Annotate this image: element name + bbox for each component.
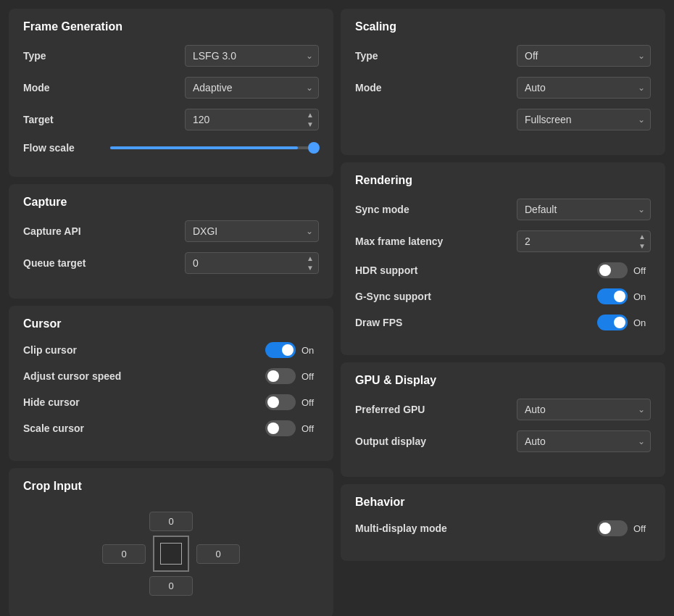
max-frame-latency-decrement[interactable]: ▼ <box>636 242 648 251</box>
crop-bottom-input[interactable] <box>149 576 193 596</box>
cursor-panel: Cursor Clip cursor On Adjust cursor spee… <box>9 306 333 461</box>
draw-fps-toggle[interactable] <box>597 315 628 330</box>
sync-mode-select[interactable]: Default VSync G-Sync None <box>517 199 651 220</box>
flow-scale-fill <box>110 146 298 149</box>
scale-cursor-row: Scale cursor Off <box>23 420 319 436</box>
adjust-cursor-speed-toggle-wrapper: Off <box>265 368 319 384</box>
mode-select[interactable]: Adaptive Fixed Off <box>185 77 319 99</box>
max-frame-latency-increment[interactable]: ▲ <box>636 233 648 241</box>
frame-generation-panel: Frame Generation Type LSFG 3.0 LSFG 2.0 … <box>9 9 333 177</box>
flow-scale-row: Flow scale <box>23 141 319 155</box>
gsync-support-state: On <box>633 291 651 302</box>
hide-cursor-toggle-wrapper: Off <box>265 394 319 410</box>
scaling-fullscreen-select-wrapper[interactable]: Fullscreen Windowed Borderless <box>517 109 651 130</box>
queue-target-label: Queue target <box>23 257 110 269</box>
crop-right-input[interactable] <box>196 544 240 564</box>
crop-top-input[interactable] <box>149 512 193 531</box>
capture-title: Capture <box>23 196 319 209</box>
max-frame-latency-row: Max frame latency ▲ ▼ <box>355 230 651 252</box>
clip-cursor-toggle-wrapper: On <box>265 342 319 358</box>
output-display-select[interactable]: Auto <box>517 430 651 452</box>
capture-panel: Capture Capture API DXGI WGC GDI Queue t… <box>9 184 333 299</box>
scaling-fullscreen-select[interactable]: Fullscreen Windowed Borderless <box>517 109 651 130</box>
preferred-gpu-select[interactable]: Auto <box>517 399 651 420</box>
scale-cursor-track <box>265 420 296 436</box>
type-select-wrapper[interactable]: LSFG 3.0 LSFG 2.0 Off <box>185 45 319 67</box>
queue-target-increment[interactable]: ▲ <box>304 254 316 263</box>
flow-scale-slider-container[interactable] <box>110 141 319 155</box>
crop-preview <box>153 536 189 572</box>
capture-api-select-wrapper[interactable]: DXGI WGC GDI <box>185 220 319 242</box>
crop-left-input[interactable] <box>102 544 146 564</box>
scale-cursor-toggle[interactable] <box>265 420 296 436</box>
clip-cursor-toggle[interactable] <box>265 342 296 358</box>
clip-cursor-label: Clip cursor <box>23 344 110 356</box>
capture-api-row: Capture API DXGI WGC GDI <box>23 220 319 242</box>
scale-cursor-toggle-wrapper: Off <box>265 420 319 436</box>
preferred-gpu-label: Preferred GPU <box>355 404 442 415</box>
rendering-title: Rendering <box>355 174 651 187</box>
draw-fps-knob <box>614 317 625 328</box>
gsync-support-toggle[interactable] <box>597 288 628 304</box>
hdr-support-state: Off <box>633 265 651 276</box>
preferred-gpu-select-wrapper[interactable]: Auto <box>517 399 651 420</box>
scaling-type-select-wrapper[interactable]: Off FSR NIS Integer <box>517 45 651 67</box>
crop-middle-row <box>102 536 240 572</box>
hdr-support-knob <box>599 265 611 276</box>
draw-fps-label: Draw FPS <box>355 317 442 328</box>
draw-fps-toggle-wrapper: On <box>597 315 651 330</box>
draw-fps-row: Draw FPS On <box>355 315 651 330</box>
scaling-mode-select[interactable]: Auto Quality Balanced Performance <box>517 77 651 99</box>
adjust-cursor-speed-knob <box>267 370 279 382</box>
target-increment[interactable]: ▲ <box>304 111 316 120</box>
draw-fps-state: On <box>633 317 651 328</box>
scaling-type-select[interactable]: Off FSR NIS Integer <box>517 45 651 67</box>
max-frame-latency-spinner[interactable]: ▲ ▼ <box>517 230 651 252</box>
max-frame-latency-input[interactable] <box>517 230 651 252</box>
queue-target-input[interactable] <box>185 252 319 274</box>
crop-bottom-row <box>149 576 193 596</box>
flow-scale-thumb[interactable] <box>308 142 320 154</box>
gpu-display-panel: GPU & Display Preferred GPU Auto Output … <box>341 362 665 477</box>
adjust-cursor-speed-toggle[interactable] <box>265 368 296 384</box>
gsync-support-toggle-wrapper: On <box>597 288 651 304</box>
behavior-panel: Behavior Multi-display mode Off <box>341 484 665 561</box>
type-select[interactable]: LSFG 3.0 LSFG 2.0 Off <box>185 45 319 67</box>
scaling-type-row: Type Off FSR NIS Integer <box>355 45 651 67</box>
queue-target-decrement[interactable]: ▼ <box>304 264 316 272</box>
capture-api-label: Capture API <box>23 225 110 237</box>
target-input[interactable] <box>185 109 319 130</box>
mode-label: Mode <box>23 82 110 93</box>
capture-api-select[interactable]: DXGI WGC GDI <box>185 220 319 242</box>
adjust-cursor-speed-label: Adjust cursor speed <box>23 370 121 382</box>
scaling-mode-label: Mode <box>355 82 442 93</box>
mode-select-wrapper[interactable]: Adaptive Fixed Off <box>185 77 319 99</box>
behavior-title: Behavior <box>355 496 651 509</box>
queue-target-spinner[interactable]: ▲ ▼ <box>185 252 319 274</box>
target-decrement[interactable]: ▼ <box>304 120 316 129</box>
draw-fps-track <box>597 315 628 330</box>
hdr-support-label: HDR support <box>355 265 442 276</box>
clip-cursor-row: Clip cursor On <box>23 342 319 358</box>
hdr-support-row: HDR support Off <box>355 262 651 278</box>
scaling-fullscreen-row: Fullscreen Windowed Borderless <box>355 109 651 130</box>
output-display-select-wrapper[interactable]: Auto <box>517 430 651 452</box>
target-spinner-buttons: ▲ ▼ <box>304 111 316 129</box>
hdr-support-toggle[interactable] <box>597 262 628 278</box>
hide-cursor-knob <box>267 396 279 408</box>
hdr-support-toggle-wrapper: Off <box>597 262 651 278</box>
hide-cursor-track <box>265 394 296 410</box>
multi-display-mode-knob <box>599 523 611 534</box>
crop-container <box>23 504 319 603</box>
adjust-cursor-speed-state: Off <box>301 371 319 382</box>
target-spinner[interactable]: ▲ ▼ <box>185 109 319 130</box>
multi-display-mode-toggle[interactable] <box>597 520 628 536</box>
adjust-cursor-speed-track <box>265 368 296 384</box>
scale-cursor-knob <box>267 423 279 434</box>
sync-mode-select-wrapper[interactable]: Default VSync G-Sync None <box>517 199 651 220</box>
sync-mode-row: Sync mode Default VSync G-Sync None <box>355 199 651 220</box>
target-row: Target ▲ ▼ <box>23 109 319 130</box>
target-label: Target <box>23 114 110 125</box>
hide-cursor-toggle[interactable] <box>265 394 296 410</box>
scaling-mode-select-wrapper[interactable]: Auto Quality Balanced Performance <box>517 77 651 99</box>
